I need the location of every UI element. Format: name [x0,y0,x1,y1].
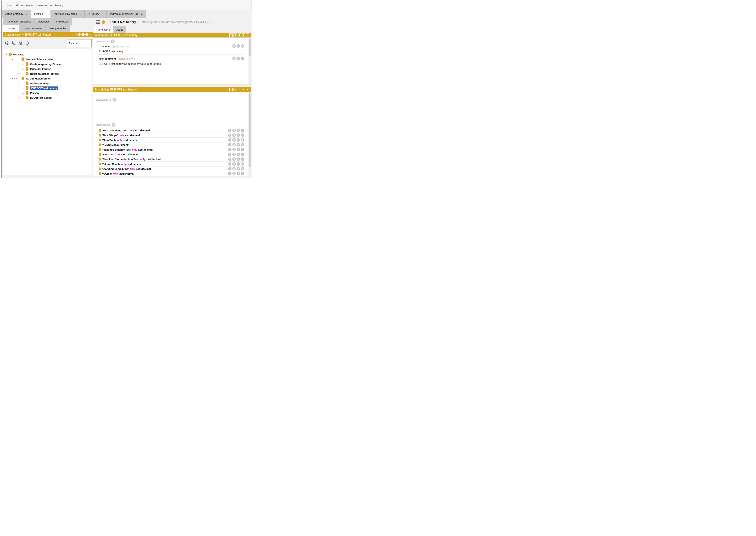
explain-icon[interactable]: ? [228,172,232,175]
explain-icon[interactable]: ? [228,157,232,161]
close-icon[interactable]: × [102,13,103,16]
expander-icon[interactable]: ▼ [6,53,9,56]
delete-icon[interactable]: × [236,148,240,151]
tree-row-acdsi-measurement[interactable]: ▼ ← ACDSi Measurement [3,76,91,81]
tree-row-slofit-test-battery[interactable]: ← SLOfit test battery [3,95,91,100]
expander-icon[interactable]: ▼ [11,77,14,80]
tree-label[interactable]: Anthropometry [30,82,49,85]
close-icon[interactable]: × [46,13,47,16]
annotate-icon[interactable]: @ [232,57,236,60]
crosshair-icon[interactable] [25,41,29,45]
annotate-icon[interactable]: @ [232,148,236,151]
annotate-icon[interactable]: @ [232,138,236,142]
tree-row-muscular-fitness[interactable]: ← Muscular Fitness [3,66,91,71]
add-annotation-icon[interactable]: + [111,40,115,44]
scrollbar[interactable] [248,92,251,176]
tab-data-properties[interactable]: Data properties [46,25,70,32]
tree-row-owl-thing[interactable]: ▼ owl:Thing [3,52,91,57]
split-vertical-icon[interactable] [75,33,79,36]
close-panel-icon[interactable]: × [246,33,249,37]
edit-icon[interactable]: o [241,148,244,151]
split-horizontal-icon[interactable] [79,33,83,36]
edit-icon[interactable]: o [241,143,244,147]
edit-icon[interactable]: o [241,44,244,48]
tab-usage[interactable]: Usage [113,26,126,33]
class-hierarchy-tree[interactable]: ▼ owl:Thing ▼ ← Motor Efficiency Index ←… [3,49,92,175]
tab-individuals[interactable]: Individuals [53,18,72,25]
annotate-icon[interactable]: @ [232,133,236,137]
subclass-axiom-row[interactable]: '20-s Sit-ups'onlyxsd:decimal ? @ × o [95,133,244,138]
help-icon[interactable]: ? [230,33,233,37]
close-icon[interactable]: × [141,13,143,16]
explain-icon[interactable]: ? [228,129,232,132]
annotate-icon[interactable]: @ [232,129,236,132]
menu-icon[interactable] [96,20,100,24]
float-panel-icon[interactable] [83,33,87,36]
delete-icon[interactable]: × [236,157,240,161]
delete-icon[interactable]: × [236,167,240,171]
tab-entities[interactable]: Entities × [31,10,51,18]
tree-label[interactable]: Motor Efficiency Index [26,58,54,61]
annotate-icon[interactable]: @ [232,172,236,175]
explain-icon[interactable]: ? [228,133,232,137]
breadcrumb-item[interactable]: ACDSi Measurement [10,4,34,7]
float-panel-icon[interactable] [242,88,245,91]
annotate-icon[interactable]: @ [232,44,236,48]
edit-icon[interactable]: o [241,162,244,166]
delete-icon[interactable]: × [236,143,240,147]
explain-icon[interactable]: ? [228,162,232,166]
help-icon[interactable]: ? [71,33,74,36]
edit-icon[interactable]: o [241,172,244,175]
tree-row-cardiorespiratory-fitness[interactable]: ← Cardiorespiratory Fitness [3,62,91,66]
annotate-icon[interactable]: @ [232,162,236,166]
annotate-icon[interactable]: @ [232,157,236,161]
tab-datatypes[interactable]: Datatypes [35,18,53,25]
tab-individual-hierarchy[interactable]: Individual Hierarchy Tab × [107,10,146,18]
expander-icon[interactable]: ▼ [11,58,14,61]
subclass-axiom-row[interactable]: '20-s Drumming Test'onlyxsd:decimal ? @ … [95,128,244,133]
edit-icon[interactable]: o [241,157,244,161]
close-panel-icon[interactable]: × [88,33,91,36]
tree-row-neuromuscular-fitness[interactable]: ← Neuromuscular Fitness [3,71,91,76]
add-equivalent-class-icon[interactable]: + [113,98,117,102]
tab-active-ontology[interactable]: Active ontology × [2,10,31,18]
help-icon[interactable]: ? [230,88,233,91]
tab-dl-query[interactable]: DL Query × [85,10,107,18]
tree-label[interactable]: owl:Thing [13,53,24,56]
tree-row-person[interactable]: ← Person [3,90,91,95]
subclass-axiom-row[interactable]: 'ACDSi Measurement' ? @ × o [95,143,244,147]
delete-icon[interactable]: × [236,162,240,166]
add-sibling-class-icon[interactable] [11,41,16,45]
subclass-axiom-row[interactable]: 'Flamingo Balance Test'onlyxsd:decimal ?… [95,147,244,152]
tab-classes[interactable]: Classes [3,25,19,32]
float-panel-icon[interactable] [242,33,245,37]
edit-icon[interactable]: o [241,167,244,171]
subclass-axiom-row[interactable]: '30-m Dash'onlyxsd:decimal ? @ × o [95,138,244,143]
tree-label[interactable]: ACDSi Measurement [26,77,52,80]
hierarchy-view-selector[interactable]: Asserted ▼ [67,39,91,47]
add-subclass-icon[interactable] [4,41,9,45]
subclass-axiom-row[interactable]: 'Shoulder Circumduction Test'onlyxsd:dec… [95,157,244,162]
explain-icon[interactable]: ? [228,167,232,171]
explain-icon[interactable]: ? [228,152,232,156]
edit-icon[interactable]: o [241,152,244,156]
tree-label[interactable]: Neuromuscular Fitness [30,72,59,75]
scrollbar-thumb[interactable] [249,93,250,167]
tab-annotations[interactable]: Annotations [94,26,113,33]
split-vertical-icon[interactable] [234,88,237,91]
delete-icon[interactable]: × [236,172,240,175]
close-panel-icon[interactable]: × [246,88,249,91]
subclass-axiom-row[interactable]: 'Hand Grip'onlyxsd:decimal ? @ × o [95,152,244,157]
delete-class-icon[interactable] [18,41,22,45]
tree-label[interactable]: Cardiorespiratory Fitness [30,63,61,66]
delete-icon[interactable]: × [236,138,240,142]
delete-icon[interactable]: × [236,57,240,60]
tab-object-properties[interactable]: Object properties [19,25,46,32]
tree-label[interactable]: Person [30,91,39,94]
annotate-icon[interactable]: @ [232,167,236,171]
tab-individuals-by-class[interactable]: Individuals by class × [51,10,85,18]
edit-icon[interactable]: o [241,57,244,60]
scrollbar-thumb[interactable] [249,39,250,56]
split-horizontal-icon[interactable] [237,88,241,91]
explain-icon[interactable]: ? [228,143,232,147]
